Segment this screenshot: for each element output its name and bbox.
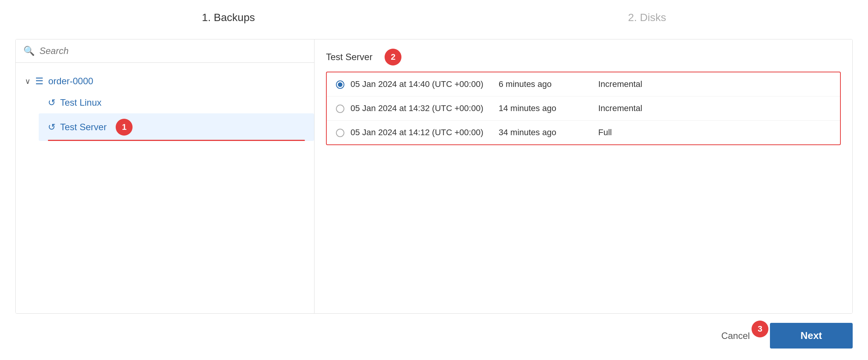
panel-title: Test Server (326, 52, 372, 62)
tree-children: ↺ Test Linux ↺ Test Server 1 (16, 92, 314, 141)
backup-list: 05 Jan 2024 at 14:40 (UTC +00:00) 6 minu… (326, 72, 841, 145)
tree-area: ∨ ☰ order-0000 ↺ Test Linux ↺ Tes (16, 63, 314, 313)
wizard-steps: 1. Backups 2. Disks (15, 11, 853, 28)
badge-3: 3 (752, 321, 768, 337)
restore-icon: ↺ (48, 97, 56, 108)
backup-type-1: Incremental (598, 79, 642, 89)
backup-info-1: 05 Jan 2024 at 14:40 (UTC +00:00) 6 minu… (350, 79, 831, 89)
backup-ago-2: 14 minutes ago (499, 103, 583, 113)
backup-item-3[interactable]: 05 Jan 2024 at 14:12 (UTC +00:00) 34 min… (327, 121, 840, 144)
search-icon: 🔍 (23, 46, 35, 56)
badge-1: 1 (116, 119, 133, 136)
backup-item-2[interactable]: 05 Jan 2024 at 14:32 (UTC +00:00) 14 min… (327, 97, 840, 121)
step1-label: 1. Backups (202, 11, 255, 24)
radio-backup-1[interactable] (336, 80, 344, 89)
right-panel-header: Test Server 2 (326, 49, 841, 65)
tree-group-header[interactable]: ∨ ☰ order-0000 (16, 70, 314, 92)
backup-datetime-1: 05 Jan 2024 at 14:40 (UTC +00:00) (350, 79, 483, 89)
wizard-container: 1. Backups 2. Disks 🔍 ∨ ☰ order-0000 (0, 0, 868, 360)
search-input[interactable] (39, 46, 306, 56)
backup-type-3: Full (598, 128, 612, 137)
tree-item-test-linux[interactable]: ↺ Test Linux (39, 92, 314, 113)
backup-item-1[interactable]: 05 Jan 2024 at 14:40 (UTC +00:00) 6 minu… (327, 72, 840, 97)
backup-ago-3: 34 minutes ago (499, 128, 583, 137)
step2-label: 2. Disks (628, 11, 666, 24)
search-bar: 🔍 (16, 39, 314, 63)
restore-icon-2: ↺ (48, 122, 56, 133)
tree-item-test-server[interactable]: ↺ Test Server 1 (39, 113, 314, 141)
backup-type-2: Incremental (598, 103, 642, 113)
group-label: order-0000 (48, 76, 93, 87)
backup-info-2: 05 Jan 2024 at 14:32 (UTC +00:00) 14 min… (350, 103, 831, 113)
tree-group: ∨ ☰ order-0000 ↺ Test Linux ↺ Tes (16, 70, 314, 141)
wizard-footer: 3 Cancel Next (15, 314, 853, 349)
server-icon: ☰ (35, 76, 44, 87)
radio-backup-3[interactable] (336, 129, 344, 137)
backup-info-3: 05 Jan 2024 at 14:12 (UTC +00:00) 34 min… (350, 128, 831, 137)
item-label-test-linux: Test Linux (60, 97, 102, 108)
item-label-test-server: Test Server (60, 122, 106, 133)
right-panel: Test Server 2 05 Jan 2024 at 14:40 (UTC … (314, 39, 852, 313)
next-button[interactable]: Next (770, 323, 853, 349)
radio-backup-2[interactable] (336, 105, 344, 113)
backup-ago-1: 6 minutes ago (499, 79, 583, 89)
badge-2: 2 (385, 49, 401, 65)
left-panel: 🔍 ∨ ☰ order-0000 ↺ Test Linux (16, 39, 314, 313)
chevron-down-icon: ∨ (25, 77, 31, 86)
wizard-body: 🔍 ∨ ☰ order-0000 ↺ Test Linux (15, 39, 853, 314)
backup-datetime-2: 05 Jan 2024 at 14:32 (UTC +00:00) (350, 103, 483, 113)
backup-datetime-3: 05 Jan 2024 at 14:12 (UTC +00:00) (350, 128, 483, 137)
